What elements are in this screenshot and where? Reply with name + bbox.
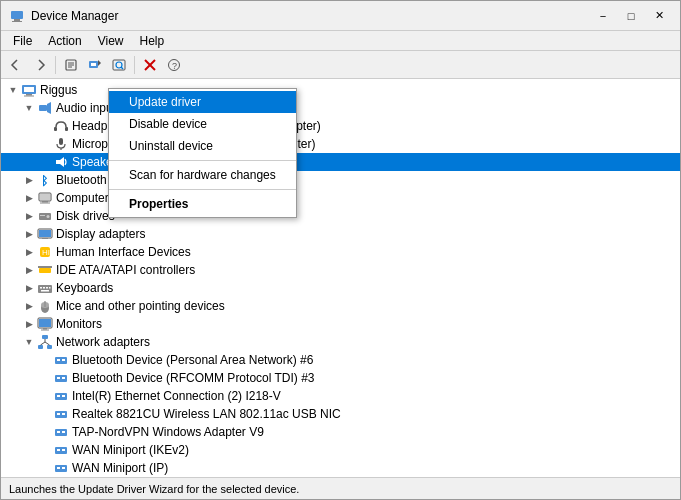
svg-rect-18 [24, 87, 34, 92]
tree-item-headphones[interactable]: ▶ Headphones (Corsair HS60 Surround Adap… [1, 117, 680, 135]
svg-rect-41 [39, 268, 51, 273]
ide-label: IDE ATA/ATAPI controllers [56, 263, 195, 277]
svg-rect-68 [62, 377, 65, 379]
svg-marker-22 [47, 102, 51, 114]
update-driver-button[interactable] [84, 54, 106, 76]
svg-rect-24 [65, 127, 68, 131]
svg-rect-59 [47, 345, 52, 349]
svg-text:HID: HID [42, 248, 53, 257]
svg-rect-57 [42, 335, 48, 339]
status-text: Launches the Update Driver Wizard for th… [9, 483, 299, 495]
svg-rect-20 [24, 96, 34, 97]
svg-rect-31 [42, 201, 48, 203]
ide-icon [37, 262, 53, 278]
tree-item-tap[interactable]: ▶ TAP-NordVPN Windows Adapter V9 [1, 423, 680, 441]
svg-rect-74 [62, 413, 65, 415]
audio-expand-icon: ▼ [21, 100, 37, 116]
tree-item-hid[interactable]: ▶ HID Human Interface Devices [1, 243, 680, 261]
network-icon [37, 334, 53, 350]
tree-item-bt-pan[interactable]: ▶ Bluetooth Device (Personal Area Networ… [1, 351, 680, 369]
svg-rect-45 [43, 287, 45, 289]
ctx-sep-2 [109, 189, 296, 190]
tree-item-mic[interactable]: ▶ Microphone (Corsair HS60 Surround Adap… [1, 135, 680, 153]
tree-item-ide[interactable]: ▶ IDE ATA/ATAPI controllers [1, 261, 680, 279]
help-button[interactable]: ? [163, 54, 185, 76]
tree-item-bluetooth[interactable]: ▶ ᛒ Bluetooth [1, 171, 680, 189]
svg-rect-43 [38, 285, 52, 293]
svg-rect-64 [57, 359, 60, 361]
ctx-scan-hardware[interactable]: Scan for hardware changes [109, 164, 296, 186]
remove-button[interactable] [139, 54, 161, 76]
comp-expand: ▶ [21, 190, 37, 206]
tree-item-network[interactable]: ▼ Network adapters [1, 333, 680, 351]
ctx-update-driver[interactable]: Update driver [109, 91, 296, 113]
tree-item-speakers[interactable]: ▶ Speakers (Realtek High Definition Audi… [1, 153, 680, 171]
tree-item-realtek[interactable]: ▶ Realtek 8821CU Wireless LAN 802.11ac U… [1, 405, 680, 423]
headphone-icon [53, 118, 69, 134]
ctx-uninstall-device[interactable]: Uninstall device [109, 135, 296, 157]
menu-view[interactable]: View [90, 32, 132, 50]
menu-help[interactable]: Help [132, 32, 173, 50]
svg-rect-42 [38, 266, 52, 268]
menu-action[interactable]: Action [40, 32, 89, 50]
disp-expand: ▶ [21, 226, 37, 242]
window-controls: − □ ✕ [590, 6, 672, 26]
svg-rect-21 [39, 105, 47, 111]
status-bar: Launches the Update Driver Wizard for th… [1, 477, 680, 499]
root-label: Riggus [40, 83, 77, 97]
svg-marker-9 [98, 60, 101, 66]
tree-item-computer[interactable]: ▶ Computer [1, 189, 680, 207]
mice-label: Mice and other pointing devices [56, 299, 225, 313]
netcard-icon-7 [53, 460, 69, 476]
ctx-disable-device[interactable]: Disable device [109, 113, 296, 135]
svg-rect-63 [55, 357, 67, 364]
svg-rect-79 [57, 449, 60, 451]
tree-item-disk[interactable]: ▶ Disk drives [1, 207, 680, 225]
tap-label: TAP-NordVPN Windows Adapter V9 [72, 425, 264, 439]
ide-expand: ▶ [21, 262, 37, 278]
netcard-icon-6 [53, 442, 69, 458]
svg-marker-27 [56, 157, 64, 167]
back-button[interactable] [5, 54, 27, 76]
svg-line-61 [41, 342, 46, 345]
intel-eth-label: Intel(R) Ethernet Connection (2) I218-V [72, 389, 281, 403]
tree-root[interactable]: ▼ Riggus [1, 81, 680, 99]
svg-rect-47 [49, 287, 51, 289]
tree-item-display[interactable]: ▶ Display adapters [1, 225, 680, 243]
computer-icon [21, 82, 37, 98]
properties-button[interactable] [60, 54, 82, 76]
svg-rect-56 [41, 330, 49, 331]
tree-item-wan-ikev2[interactable]: ▶ WAN Miniport (IKEv2) [1, 441, 680, 459]
close-button[interactable]: ✕ [646, 6, 672, 26]
tree-item-wan-ip[interactable]: ▶ WAN Miniport (IP) [1, 459, 680, 477]
tree-item-keyboard[interactable]: ▶ Keyboards [1, 279, 680, 297]
root-expand-icon: ▼ [5, 82, 21, 98]
svg-rect-83 [62, 467, 65, 469]
keyboard-label: Keyboards [56, 281, 113, 295]
maximize-button[interactable]: □ [618, 6, 644, 26]
svg-rect-54 [39, 319, 51, 327]
svg-line-62 [45, 342, 50, 345]
forward-button[interactable] [29, 54, 51, 76]
menu-file[interactable]: File [5, 32, 40, 50]
svg-rect-25 [59, 138, 63, 145]
tree-item-audio[interactable]: ▼ Audio inputs and outputs [1, 99, 680, 117]
scan-button[interactable] [108, 54, 130, 76]
toolbar-sep-1 [55, 56, 56, 74]
bt-expand: ▶ [21, 172, 37, 188]
window-title: Device Manager [31, 9, 590, 23]
device-tree[interactable]: ▼ Riggus ▼ [1, 79, 680, 477]
minimize-button[interactable]: − [590, 6, 616, 26]
svg-rect-78 [55, 447, 67, 454]
ctx-properties[interactable]: Properties [109, 193, 296, 215]
svg-rect-72 [55, 411, 67, 418]
tree-item-monitors[interactable]: ▶ Monitors [1, 315, 680, 333]
tree-item-bt-rfcomm[interactable]: ▶ Bluetooth Device (RFCOMM Protocol TDI)… [1, 369, 680, 387]
tree-item-intel-eth[interactable]: ▶ Intel(R) Ethernet Connection (2) I218-… [1, 387, 680, 405]
netcard-icon-2 [53, 370, 69, 386]
mic-icon [53, 136, 69, 152]
svg-rect-32 [40, 203, 50, 204]
mon-expand: ▶ [21, 316, 37, 332]
tree-item-mice[interactable]: ▶ Mice and other pointing devices [1, 297, 680, 315]
svg-rect-38 [42, 238, 48, 239]
